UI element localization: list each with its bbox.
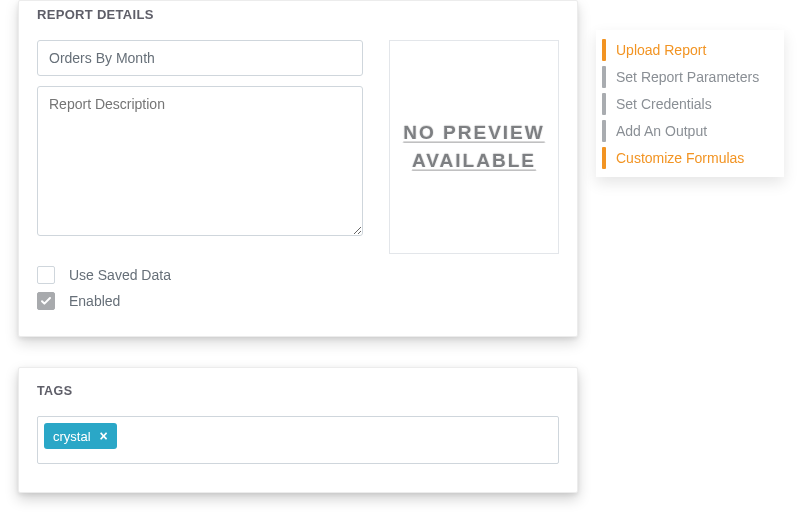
wizard-steps: Upload Report Set Report Parameters Set … <box>596 30 784 177</box>
step-indicator-icon <box>602 66 606 88</box>
step-set-credentials[interactable]: Set Credentials <box>596 90 784 117</box>
use-saved-data-label: Use Saved Data <box>69 267 171 283</box>
tag-label: crystal <box>53 429 91 444</box>
step-set-report-parameters[interactable]: Set Report Parameters <box>596 63 784 90</box>
no-preview-text: NO PREVIEW AVAILABLE <box>398 119 550 174</box>
use-saved-data-checkbox[interactable] <box>37 266 55 284</box>
enabled-label: Enabled <box>69 293 120 309</box>
tags-heading: TAGS <box>37 384 559 398</box>
step-label: Set Report Parameters <box>616 69 759 85</box>
tag-chip: crystal × <box>44 423 117 449</box>
step-upload-report[interactable]: Upload Report <box>596 36 784 63</box>
tags-input-box[interactable]: crystal × <box>37 416 559 464</box>
report-preview-box: NO PREVIEW AVAILABLE <box>389 40 559 254</box>
step-label: Add An Output <box>616 123 707 139</box>
step-indicator-icon <box>602 93 606 115</box>
report-details-heading: REPORT DETAILS <box>37 1 559 40</box>
step-customize-formulas[interactable]: Customize Formulas <box>596 144 784 171</box>
report-description-textarea[interactable] <box>37 86 363 236</box>
step-label: Customize Formulas <box>616 150 744 166</box>
step-indicator-icon <box>602 120 606 142</box>
tag-remove-icon[interactable]: × <box>97 429 111 443</box>
report-details-card: REPORT DETAILS Use Saved Data <box>18 0 578 337</box>
tags-card: TAGS crystal × <box>18 367 578 493</box>
step-label: Upload Report <box>616 42 706 58</box>
step-indicator-icon <box>602 39 606 61</box>
enabled-checkbox[interactable] <box>37 292 55 310</box>
step-label: Set Credentials <box>616 96 712 112</box>
report-name-input[interactable] <box>37 40 363 76</box>
step-indicator-icon <box>602 147 606 169</box>
step-add-an-output[interactable]: Add An Output <box>596 117 784 144</box>
